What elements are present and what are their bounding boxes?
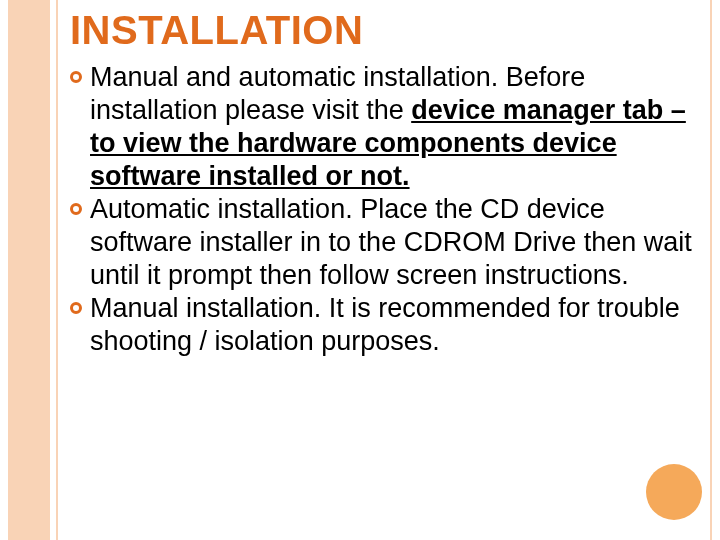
ring-bullet-icon — [70, 203, 82, 215]
bullet-text: installation. It is recommended for trou… — [90, 293, 680, 356]
decorative-circle-icon — [646, 464, 702, 520]
right-accent-line — [710, 0, 712, 540]
left-accent-line — [56, 0, 58, 540]
ring-bullet-icon — [70, 302, 82, 314]
left-accent-band — [8, 0, 50, 540]
ring-bullet-icon — [70, 71, 82, 83]
page-title: INSTALLATION — [70, 8, 698, 53]
slide: INSTALLATION Manual and automatic instal… — [0, 0, 720, 540]
bullet-lead: Manual — [90, 293, 179, 323]
content-area: INSTALLATION Manual and automatic instal… — [70, 8, 698, 357]
bullet-lead: Automatic — [90, 194, 210, 224]
list-item: Manual installation. It is recommended f… — [70, 292, 698, 358]
bullet-lead: Manual — [90, 62, 179, 92]
bullet-list: Manual and automatic installation. Befor… — [70, 61, 698, 357]
list-item: Manual and automatic installation. Befor… — [70, 61, 698, 193]
list-item: Automatic installation. Place the CD dev… — [70, 193, 698, 292]
